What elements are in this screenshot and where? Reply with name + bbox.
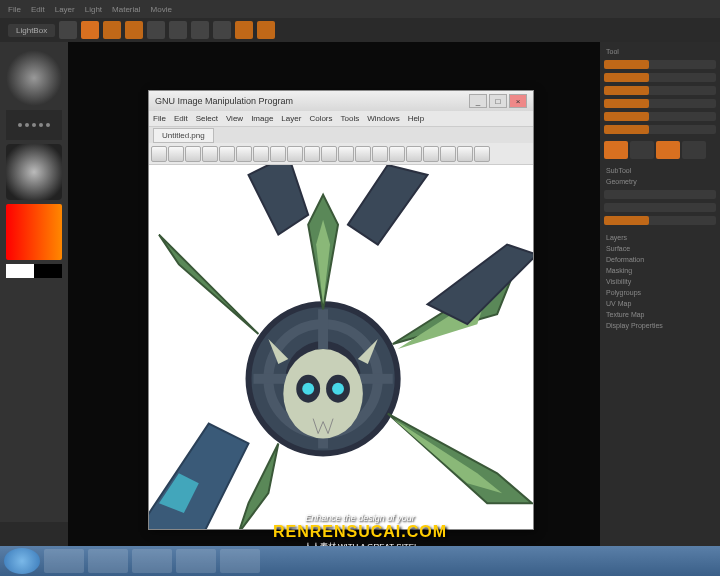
mode-btn-3[interactable]	[656, 141, 680, 159]
gimp-tool-6[interactable]	[236, 146, 252, 162]
geometry-label[interactable]: Geometry	[604, 176, 716, 187]
maximize-button[interactable]: □	[489, 94, 507, 108]
toolbar-btn-1[interactable]	[59, 21, 77, 39]
toolbar-btn-draw[interactable]	[103, 21, 121, 39]
color-swatches[interactable]	[6, 264, 62, 278]
gimp-menu-edit[interactable]: Edit	[174, 114, 188, 123]
texture-label[interactable]: Texture Map	[604, 309, 716, 320]
gimp-tool-19[interactable]	[457, 146, 473, 162]
slider-1[interactable]	[604, 60, 716, 69]
menu-movie[interactable]: Movie	[151, 5, 172, 14]
layers-label[interactable]: Layers	[604, 232, 716, 243]
slider-6[interactable]	[604, 125, 716, 134]
toolbar-btn-scale[interactable]	[147, 21, 165, 39]
gimp-menu-select[interactable]: Select	[196, 114, 218, 123]
toolbar-btn-c[interactable]	[235, 21, 253, 39]
gimp-menu-bar: File Edit Select View Image Layer Colors…	[149, 111, 533, 127]
mode-btn-4[interactable]	[682, 141, 706, 159]
toolbar-btn-rotate[interactable]	[169, 21, 187, 39]
gimp-toolbar	[149, 143, 533, 165]
tool-section-label[interactable]: Tool	[604, 46, 716, 57]
gimp-menu-layer[interactable]: Layer	[281, 114, 301, 123]
gimp-menu-view[interactable]: View	[226, 114, 243, 123]
gimp-tool-7[interactable]	[253, 146, 269, 162]
geo-slider-1[interactable]	[604, 190, 716, 199]
visibility-label[interactable]: Visibility	[604, 276, 716, 287]
taskbar-item-4[interactable]	[176, 549, 216, 573]
gimp-document-tab[interactable]: Untitled.png	[153, 128, 214, 143]
gimp-tool-15[interactable]	[389, 146, 405, 162]
gimp-menu-windows[interactable]: Windows	[367, 114, 399, 123]
color-picker[interactable]	[6, 204, 62, 260]
gimp-tool-12[interactable]	[338, 146, 354, 162]
gimp-menu-image[interactable]: Image	[251, 114, 273, 123]
gimp-tool-1[interactable]	[151, 146, 167, 162]
gimp-tool-9[interactable]	[287, 146, 303, 162]
minimize-button[interactable]: _	[469, 94, 487, 108]
menu-edit[interactable]: Edit	[31, 5, 45, 14]
svg-rect-3	[318, 309, 328, 349]
gimp-tool-11[interactable]	[321, 146, 337, 162]
subtool-label[interactable]: SubTool	[604, 165, 716, 176]
main-menu-bar: File Edit Layer Light Material Movie	[0, 0, 720, 18]
menu-material[interactable]: Material	[112, 5, 140, 14]
gimp-tool-16[interactable]	[406, 146, 422, 162]
display-label[interactable]: Display Properties	[604, 320, 716, 331]
mode-btn-2[interactable]	[630, 141, 654, 159]
gimp-tool-14[interactable]	[372, 146, 388, 162]
gimp-tool-3[interactable]	[185, 146, 201, 162]
stroke-dots-icon	[18, 123, 50, 127]
gimp-titlebar[interactable]: GNU Image Manipulation Program _ □ ×	[149, 91, 533, 111]
start-button[interactable]	[4, 548, 40, 574]
mode-btn-1[interactable]	[604, 141, 628, 159]
surface-label[interactable]: Surface	[604, 243, 716, 254]
geo-slider-2[interactable]	[604, 203, 716, 212]
gimp-tool-13[interactable]	[355, 146, 371, 162]
deformation-label[interactable]: Deformation	[604, 254, 716, 265]
gimp-tool-10[interactable]	[304, 146, 320, 162]
gimp-tool-17[interactable]	[423, 146, 439, 162]
brush-selector[interactable]	[6, 50, 62, 106]
gimp-tool-20[interactable]	[474, 146, 490, 162]
taskbar-item-2[interactable]	[88, 549, 128, 573]
gimp-menu-colors[interactable]: Colors	[309, 114, 332, 123]
taskbar-item-5[interactable]	[220, 549, 260, 573]
slider-4[interactable]	[604, 99, 716, 108]
taskbar-item-3[interactable]	[132, 549, 172, 573]
geo-slider-3[interactable]	[604, 216, 716, 225]
slider-5[interactable]	[604, 112, 716, 121]
gimp-tool-18[interactable]	[440, 146, 456, 162]
right-tool-panel: Tool SubTool Geometry Layers Surf	[600, 42, 720, 546]
masking-label[interactable]: Masking	[604, 265, 716, 276]
slider-3[interactable]	[604, 86, 716, 95]
gimp-menu-help[interactable]: Help	[408, 114, 424, 123]
toolbar-btn-move[interactable]	[125, 21, 143, 39]
gimp-tool-2[interactable]	[168, 146, 184, 162]
gimp-menu-tools[interactable]: Tools	[341, 114, 360, 123]
windows-taskbar	[0, 546, 720, 576]
menu-light[interactable]: Light	[85, 5, 102, 14]
gimp-menu-file[interactable]: File	[153, 114, 166, 123]
toolbar-btn-a[interactable]	[191, 21, 209, 39]
svg-point-11	[332, 383, 344, 395]
slider-2[interactable]	[604, 73, 716, 82]
gimp-tool-4[interactable]	[202, 146, 218, 162]
alpha-selector[interactable]	[6, 144, 62, 200]
taskbar-item-1[interactable]	[44, 549, 84, 573]
toolbar-btn-b[interactable]	[213, 21, 231, 39]
polygroups-label[interactable]: Polygroups	[604, 287, 716, 298]
svg-point-10	[302, 383, 314, 395]
gimp-tool-5[interactable]	[219, 146, 235, 162]
toolbar-btn-d[interactable]	[257, 21, 275, 39]
gimp-canvas[interactable]	[149, 165, 533, 529]
toolbar-btn-edit[interactable]	[81, 21, 99, 39]
gimp-tab-bar: Untitled.png	[149, 127, 533, 143]
menu-file[interactable]: File	[8, 5, 21, 14]
close-button[interactable]: ×	[509, 94, 527, 108]
lightbox-dropdown[interactable]: LightBox	[8, 24, 55, 37]
gimp-window[interactable]: GNU Image Manipulation Program _ □ × Fil…	[148, 90, 534, 530]
menu-layer[interactable]: Layer	[55, 5, 75, 14]
uv-label[interactable]: UV Map	[604, 298, 716, 309]
gimp-tool-8[interactable]	[270, 146, 286, 162]
stroke-selector[interactable]	[6, 110, 62, 140]
